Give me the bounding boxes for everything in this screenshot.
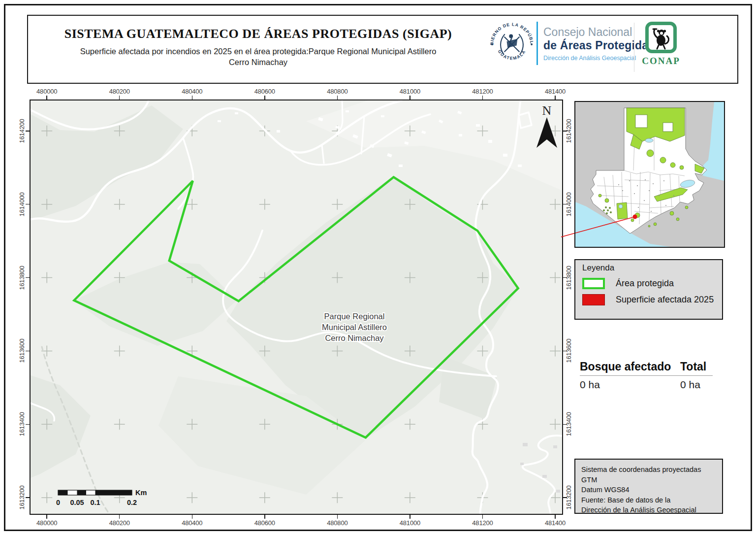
location-dot <box>633 215 637 219</box>
svg-text:N: N <box>542 103 552 118</box>
stats-rule <box>580 375 713 376</box>
svg-text:0.2: 0.2 <box>127 499 137 506</box>
main-map-canvas: Parque RegionalMunicipal AstilleroCerro … <box>31 100 562 514</box>
main-map: Parque RegionalMunicipal AstilleroCerro … <box>30 100 563 515</box>
axis-tick-label: 480000 <box>31 520 63 527</box>
axis-tick-label: 480600 <box>249 88 281 95</box>
info-box-line: Dirección de la Análisis Geoespacial <box>581 505 716 515</box>
axis-tick-label: 1614200 <box>19 115 26 147</box>
axis-tick-label: 1613800 <box>19 262 26 294</box>
conap-label: CONAP <box>639 56 683 67</box>
stats-header-total: Total <box>680 360 706 373</box>
axis-tick <box>26 131 30 132</box>
header: SISTEMA GUATEMALTECO DE ÁREAS PROTEGIDAS… <box>27 15 738 84</box>
axis-tick <box>26 351 30 352</box>
svg-text:0: 0 <box>56 499 60 506</box>
gobierno-seal-icon: GOBIERNO DE LA REPÚBLICA GUATEMALA <box>488 21 536 68</box>
axis-tick-label: 481000 <box>394 520 426 527</box>
inset-map <box>574 101 725 248</box>
axis-tick <box>264 515 265 519</box>
axis-tick-label: 481400 <box>539 520 571 527</box>
svg-text:Parque Regional: Parque Regional <box>324 312 385 321</box>
affected-area-swatch <box>582 294 605 305</box>
svg-text:Km: Km <box>135 489 147 497</box>
consejo-line1: Consejo Nacional <box>543 26 655 39</box>
axis-tick-label: 1613400 <box>566 408 572 440</box>
subtitle-line1: Superficie afectada por incendios en 202… <box>80 47 437 56</box>
axis-tick <box>46 515 47 519</box>
axis-tick <box>555 96 556 100</box>
legend-item-affected: Superficie afectada 2025 <box>582 294 722 305</box>
axis-tick-label: 1613600 <box>19 335 26 367</box>
lake-peten-itza <box>645 138 653 142</box>
axis-tick <box>482 515 483 519</box>
stats-header-bosque: Bosque afectado <box>580 360 680 373</box>
lake-atitlan <box>619 204 623 208</box>
legend: Leyenda Área protegida Superficie afecta… <box>574 259 723 320</box>
info-box: Sistema de coordenadas proyectadasGTMDat… <box>574 459 723 514</box>
axis-tick <box>482 96 483 100</box>
legend-item-protected: Área protegida <box>582 278 722 289</box>
axis-tick-label: 1613800 <box>566 262 572 294</box>
stats-value-bosque: 0 ha <box>580 379 680 391</box>
axis-tick <box>410 515 410 519</box>
svg-text:0.1: 0.1 <box>90 499 100 506</box>
inset-map-canvas <box>575 102 724 247</box>
axis-tick-label: 1613200 <box>19 482 26 513</box>
axis-tick-label: 481000 <box>394 88 426 95</box>
axis-tick-label: 1613400 <box>19 408 26 440</box>
logo-divider <box>536 22 538 65</box>
axis-tick-label: 1614000 <box>566 189 572 220</box>
svg-text:0.05: 0.05 <box>70 499 84 506</box>
svg-text:Municipal Astillero: Municipal Astillero <box>322 323 387 332</box>
axis-tick <box>119 96 120 100</box>
protected-area-label: Parque RegionalMunicipal AstilleroCerro … <box>322 312 387 342</box>
axis-tick-label: 1614200 <box>566 115 572 147</box>
legend-label-affected: Superficie afectada 2025 <box>616 295 714 305</box>
axis-tick <box>410 96 410 100</box>
stats-table: Bosque afectado Total 0 ha 0 ha <box>580 360 714 391</box>
axis-tick-label: 480200 <box>104 88 135 95</box>
conap-monkey-icon <box>645 22 677 53</box>
axis-tick <box>119 515 120 519</box>
axis-tick-label: 1613600 <box>566 335 572 367</box>
info-box-line: GTM <box>581 475 716 485</box>
axis-tick <box>192 515 193 519</box>
axis-tick-label: 481200 <box>467 520 498 527</box>
subtitle-line2: Cerro Nimachay <box>229 58 287 67</box>
protected-area-swatch <box>582 278 605 289</box>
axis-tick <box>555 515 556 519</box>
page-subtitle: Superficie afectada por incendios en 202… <box>28 46 488 67</box>
axis-tick <box>26 424 30 425</box>
logo-divider-2 <box>634 23 634 72</box>
axis-tick <box>46 96 47 100</box>
axis-tick <box>264 96 265 100</box>
axis-tick <box>26 497 30 498</box>
info-box-line: Datum WGS84 <box>581 485 716 495</box>
axis-tick-label: 1613200 <box>566 482 572 513</box>
info-box-line: Fuente: Base de datos de la <box>581 495 716 505</box>
axis-tick-label: 480400 <box>176 520 208 527</box>
info-box-line: Sistema de coordenadas proyectadas <box>581 465 716 475</box>
axis-tick-label: 480400 <box>176 88 208 95</box>
axis-tick-label: 480600 <box>249 520 281 527</box>
axis-tick <box>337 96 338 100</box>
svg-text:Cerro Nimachay: Cerro Nimachay <box>325 334 384 342</box>
header-text: SISTEMA GUATEMALTECO DE ÁREAS PROTEGIDAS… <box>28 16 488 67</box>
axis-tick-label: 480800 <box>321 520 353 527</box>
axis-tick-label: 481400 <box>539 88 571 95</box>
conap-logo: CONAP <box>639 22 683 67</box>
axis-tick-label: 481200 <box>467 88 498 95</box>
axis-tick-label: 480800 <box>321 88 353 95</box>
axis-tick-label: 480000 <box>31 88 63 95</box>
legend-title: Leyenda <box>582 263 722 273</box>
axis-tick <box>337 515 338 519</box>
page-title: SISTEMA GUATEMALTECO DE ÁREAS PROTEGIDAS… <box>28 27 488 41</box>
legend-label-protected: Área protegida <box>616 278 674 289</box>
axis-tick <box>26 277 30 278</box>
axis-tick <box>192 96 193 100</box>
axis-tick <box>26 204 30 205</box>
axis-tick-label: 1614000 <box>19 189 26 220</box>
logos: GOBIERNO DE LA REPÚBLICA GUATEMALA Conse… <box>491 16 737 83</box>
consejo-line2: de Áreas Protegidas <box>543 39 655 52</box>
